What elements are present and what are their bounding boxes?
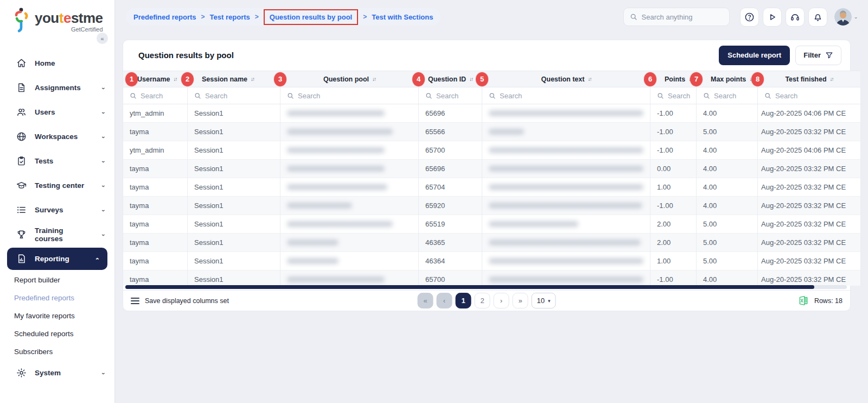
pagination-page-1[interactable]: 1 (456, 293, 471, 308)
sort-icon[interactable]: ↓↑ (588, 76, 591, 82)
cell-question-pool-redacted (280, 252, 419, 270)
column-search-input[interactable]: Search (697, 87, 758, 104)
pagination-last-button[interactable]: » (513, 293, 528, 308)
sidebar-collapse-button[interactable]: « (97, 33, 108, 44)
search-icon (194, 92, 201, 99)
redacted-text (287, 203, 352, 209)
redacted-text (287, 240, 339, 245)
column-header-question-text[interactable]: 5Question text↓↑ (482, 71, 650, 87)
sidebar-item-tests[interactable]: Tests⌄ (0, 149, 114, 173)
column-search-input[interactable]: Search (123, 87, 188, 104)
column-header-label: Session name (202, 75, 247, 83)
sidebar-item-training-courses[interactable]: Training courses⌄ (0, 222, 114, 247)
sidebar-subitem-my-favorite-reports[interactable]: My favorite reports (0, 307, 114, 325)
sidebar-subitem-scheduled-reports[interactable]: Scheduled reports (0, 325, 114, 343)
breadcrumb-item-highlighted[interactable]: Question results by pool (264, 9, 358, 25)
cell-test-finished: Aug-20-2025 03:32 PM CE (758, 160, 861, 178)
global-search-input[interactable] (642, 13, 723, 21)
pagination-page-2[interactable]: 2 (475, 293, 490, 308)
redacted-text (287, 221, 393, 227)
search-placeholder: Search (141, 92, 163, 100)
page-size-select[interactable]: 10▾ (532, 293, 556, 308)
excel-export-icon[interactable] (799, 295, 809, 306)
tutorial-play-button[interactable] (763, 8, 782, 27)
schedule-report-button[interactable]: Schedule report (719, 46, 790, 65)
table-row[interactable]: taymaSession165566-1.005.00Aug-20-2025 0… (123, 123, 861, 141)
system-icon (16, 368, 27, 378)
column-number-badge: 7 (690, 72, 703, 86)
column-search-input[interactable]: Search (758, 87, 861, 104)
table-row[interactable]: taymaSession1656960.004.00Aug-20-2025 03… (123, 160, 861, 178)
sidebar-item-testing-center[interactable]: Testing center⌄ (0, 173, 114, 198)
column-search-input[interactable]: Search (482, 87, 650, 104)
help-button[interactable] (740, 8, 759, 27)
horizontal-scrollbar-track[interactable] (125, 285, 847, 289)
column-search-input[interactable]: Search (280, 87, 419, 104)
sidebar-item-label: Reporting (35, 255, 69, 263)
cell-points: 0.00 (650, 160, 697, 178)
redacted-text (489, 166, 643, 172)
table-row[interactable]: taymaSession165920-1.004.00Aug-20-2025 0… (123, 197, 861, 215)
column-number-badge: 2 (181, 72, 194, 86)
cell-session-name: Session1 (188, 141, 280, 160)
sidebar-item-surveys[interactable]: Surveys⌄ (0, 198, 114, 222)
cell-question-id: 65700 (419, 141, 482, 160)
sidebar-subitem-predefined-reports[interactable]: Predefined reports (0, 289, 114, 307)
column-header-username[interactable]: 1Username↓↑ (123, 71, 188, 87)
sidebar-item-users[interactable]: Users⌄ (0, 100, 114, 124)
testing-center-icon (16, 180, 27, 191)
filter-button[interactable]: Filter (795, 46, 841, 65)
sidebar-item-system[interactable]: System⌄ (0, 361, 114, 385)
column-header-question-pool[interactable]: 3Question pool↓↑ (280, 71, 419, 87)
column-search-input[interactable]: Search (650, 87, 697, 104)
sidebar-subitem-subscribers[interactable]: Subscribers (0, 343, 114, 361)
sidebar-subitem-report-builder[interactable]: Report builder (0, 271, 114, 289)
search-placeholder: Search (500, 92, 522, 100)
redacted-text (287, 147, 385, 153)
search-icon (657, 92, 664, 99)
column-header-session-name[interactable]: 2Session name↓↑ (188, 71, 280, 87)
cell-username: tayma (123, 160, 188, 178)
search-icon (130, 92, 137, 99)
cell-question-id: 65920 (419, 197, 482, 215)
sort-icon[interactable]: ↓↑ (251, 76, 254, 82)
redacted-text (287, 110, 385, 116)
sort-icon[interactable]: ↓↑ (830, 76, 833, 82)
horizontal-scrollbar-thumb[interactable] (125, 285, 814, 289)
user-menu[interactable]: ⌄ (834, 8, 858, 26)
sort-icon[interactable]: ↓↑ (469, 76, 473, 82)
sidebar-item-home[interactable]: Home (0, 51, 114, 75)
column-search-input[interactable]: Search (188, 87, 280, 104)
save-columns-button[interactable]: Save displayed columns set (131, 297, 229, 305)
sidebar-item-assignments[interactable]: Assignments⌄ (0, 75, 114, 100)
sort-icon[interactable]: ↓↑ (173, 76, 176, 82)
table-row[interactable]: taymaSession1657041.004.00Aug-20-2025 03… (123, 178, 861, 197)
redacted-text (489, 221, 578, 227)
search-placeholder: Search (436, 92, 458, 100)
pagination-first-button[interactable]: « (418, 293, 433, 308)
sort-icon[interactable]: ↓↑ (372, 76, 375, 82)
column-header-max-points[interactable]: 7Max points↓↑ (697, 71, 758, 87)
pagination-next-button[interactable]: › (494, 293, 509, 308)
sidebar-item-workspaces[interactable]: Workspaces⌄ (0, 124, 114, 149)
column-header-question-id[interactable]: 4Question ID↓↑ (419, 71, 482, 87)
global-search[interactable] (623, 8, 730, 26)
breadcrumb-item[interactable]: Test reports (210, 13, 250, 21)
column-search-input[interactable]: Search (419, 87, 482, 104)
sidebar-item-reporting[interactable]: Reporting⌃ (7, 248, 107, 270)
column-header-label: Points (665, 75, 685, 83)
chevron-down-icon: ⌄ (101, 207, 106, 212)
table-row[interactable]: taymaSession165700-1.004.00Aug-20-2025 0… (123, 270, 861, 286)
breadcrumb-item[interactable]: Predefined reports (133, 13, 196, 21)
column-header-test-finished[interactable]: 8Test finished↓↑ (758, 71, 861, 87)
pagination-prev-button[interactable]: ‹ (437, 293, 452, 308)
table-row[interactable]: taymaSession1655192.005.00Aug-20-2025 03… (123, 215, 861, 234)
notifications-button[interactable] (808, 8, 827, 27)
table-row[interactable]: ytm_adminSession165696-1.004.00Aug-20-20… (123, 104, 861, 123)
table-row[interactable]: ytm_adminSession165700-1.004.00Aug-20-20… (123, 141, 861, 160)
breadcrumb-item[interactable]: Test with Sections (372, 13, 433, 21)
table-row[interactable]: taymaSession1463652.005.00Aug-20-2025 03… (123, 234, 861, 252)
table-row[interactable]: taymaSession1463641.005.00Aug-20-2025 03… (123, 252, 861, 270)
chevron-down-icon: ⌄ (854, 15, 858, 20)
support-button[interactable] (786, 8, 805, 27)
